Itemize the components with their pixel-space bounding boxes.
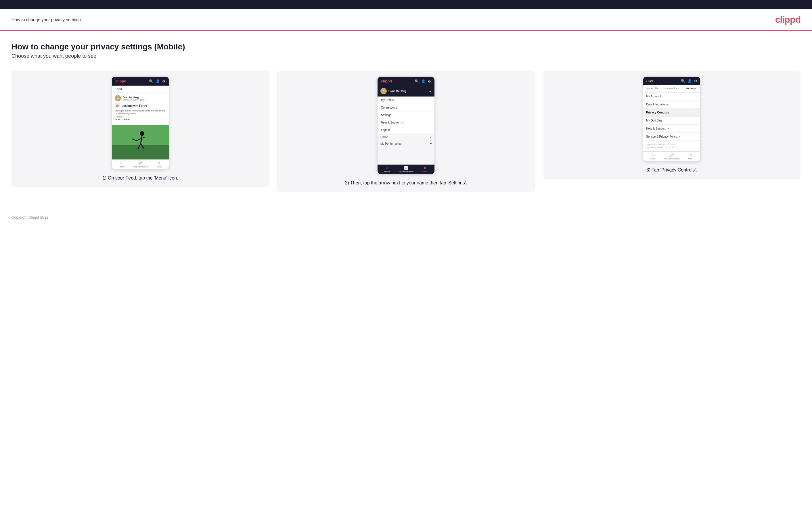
settings-item-helpsupport[interactable]: Help & Support ↗ xyxy=(643,125,700,133)
step-1-caption: 1) On your Feed, tap the 'Menu' icon. xyxy=(102,175,178,181)
tab2-perf-label: My Performance xyxy=(399,171,413,173)
profile-icon-3: 👤 xyxy=(688,79,692,83)
privacypolicy-label: Service & Privacy Policy ↗ xyxy=(646,135,680,138)
step2-menu-connections[interactable]: Connections xyxy=(377,104,435,111)
step-3-caption: 3) Tap 'Privacy Controls'. xyxy=(646,167,697,173)
step2-menu-logout[interactable]: Logout xyxy=(377,126,435,134)
menu-help-label: Help & Support ↗ xyxy=(381,121,404,124)
step1-duration-label: Duration xyxy=(115,116,166,118)
svg-point-2 xyxy=(140,131,144,136)
settings-item-dataintegrations[interactable]: Data Integrations › xyxy=(643,101,700,109)
step1-post-header: B Blair McHarg Yesterday · Sunningdale xyxy=(115,95,166,101)
tab-menu-label: Menu xyxy=(157,166,162,168)
step2-nav-icons: 🔍 👤 ⚙ xyxy=(415,79,431,83)
step2-menu-help[interactable]: Help & Support ↗ xyxy=(377,119,435,126)
menu-icon-3: ≡ xyxy=(690,153,692,157)
section-home-label: Home xyxy=(380,135,388,139)
page-heading: How to change your privacy settings (Mob… xyxy=(11,42,801,51)
step3-navbar: ‹ Back 🔍 👤 ⚙ xyxy=(643,77,700,85)
step1-lesson-row: 🎯 Lesson with Fordy xyxy=(115,103,166,108)
step1-golf-image xyxy=(112,125,169,159)
menu-icon: ≡ xyxy=(158,161,160,165)
mygolfbag-chevron: › xyxy=(697,119,697,122)
step1-logo: clippd xyxy=(115,79,126,83)
section-performance-label: My Performance xyxy=(380,142,401,145)
settings-item-privacy-policy[interactable]: Service & Privacy Policy ↗ xyxy=(643,133,700,141)
tab-performance-label: My Performance xyxy=(133,166,148,168)
settings-item-privacycontrols[interactable]: Privacy Controls › xyxy=(643,109,700,117)
tab3-perf-label: My Performance xyxy=(664,158,679,160)
page-footer: Copyright Clippd 2022 xyxy=(0,210,812,225)
tab3-menu-label: Menu xyxy=(688,158,693,160)
steps-container: clippd 🔍 👤 ⚙ Feed B Blair McHarg xyxy=(11,71,801,192)
step2-menu-myprofile[interactable]: My Profile xyxy=(377,97,435,104)
tab-home-label: Home xyxy=(119,166,124,168)
home-icon: ⌂ xyxy=(120,161,122,165)
menu-myprofile-label: My Profile xyxy=(381,99,394,102)
step1-post: B Blair McHarg Yesterday · Sunningdale 🎯… xyxy=(112,93,169,125)
step2-menu-settings[interactable]: Settings xyxy=(377,111,435,119)
back-button[interactable]: ‹ Back xyxy=(646,79,654,82)
dataintegrations-label: Data Integrations xyxy=(646,103,668,106)
settings-item-myaccount[interactable]: My Account › xyxy=(643,93,700,101)
step2-tab-performance: 📈 My Performance xyxy=(397,166,415,173)
step1-tab-menu: ≡ Menu xyxy=(150,161,169,168)
step1-navbar: clippd 🔍 👤 ⚙ xyxy=(112,77,169,86)
helpsupport-label: Help & Support ↗ xyxy=(646,127,669,130)
step-2-caption: 2) Then, tap the arrow next to your name… xyxy=(345,179,467,186)
menu-connections-label: Connections xyxy=(381,106,397,109)
step1-nav-icons: 🔍 👤 ⚙ xyxy=(149,79,165,83)
profile-icon-2: 👤 xyxy=(421,79,425,83)
tab-myprofile[interactable]: My Profile xyxy=(643,85,662,92)
expand-icon: ▲ xyxy=(429,90,432,93)
settings-icon: ⚙ xyxy=(162,79,165,83)
tab2-menu-label: Menu xyxy=(422,171,427,173)
step2-spacer xyxy=(377,147,435,164)
perf-icon-3: 📈 xyxy=(670,153,674,157)
step2-username: Blair McHarg xyxy=(389,90,406,93)
step2-section-home: Home ▾ xyxy=(377,134,435,140)
step-2-phone: clippd 🔍 👤 ⚙ B Blair McHarg ▲ xyxy=(377,76,435,174)
tab-connections[interactable]: Connections xyxy=(662,85,681,92)
tab-settings[interactable]: Settings xyxy=(681,85,700,92)
myaccount-chevron: › xyxy=(697,95,697,98)
myaccount-label: My Account xyxy=(646,95,661,98)
step2-section-performance: My Performance ▾ xyxy=(377,140,435,147)
step-1-card: clippd 🔍 👤 ⚙ Feed B Blair McHarg xyxy=(11,71,269,187)
step1-lesson-title: Lesson with Fordy xyxy=(121,104,147,107)
home-icon-3: ⌂ xyxy=(652,153,654,157)
svg-rect-1 xyxy=(112,145,169,159)
step1-post-date: Yesterday · Sunningdale xyxy=(123,99,145,101)
client-version: Clippd Client Version: 2022.8.3-3 xyxy=(646,143,697,146)
home-icon-2: ⌂ xyxy=(386,166,388,170)
step3-tab-home: ⌂ Home xyxy=(643,153,662,160)
step-3-card: ‹ Back 🔍 👤 ⚙ My Profile Connections Sett… xyxy=(543,71,801,179)
step2-logo: clippd xyxy=(381,79,392,83)
step1-bottom-bar: ⌂ Home 📈 My Performance ≡ Menu xyxy=(112,159,169,169)
step3-nav-icons: 🔍 👤 ⚙ xyxy=(681,79,697,83)
step2-avatar: B xyxy=(380,88,387,94)
privacycontrols-label: Privacy Controls xyxy=(646,111,669,114)
performance-icon: 📈 xyxy=(138,161,143,165)
step2-bottom-bar: ⌂ Home 📈 My Performance ✕ Menu xyxy=(377,164,435,174)
step2-user-row: B Blair McHarg ▲ xyxy=(377,86,435,97)
profile-icon: 👤 xyxy=(156,79,160,83)
tab3-home-label: Home xyxy=(650,158,656,160)
server-version: GQL Server Version: 2022.7.30-1 xyxy=(646,146,697,149)
settings-icon-2: ⚙ xyxy=(428,79,431,83)
dataintegrations-chevron: › xyxy=(697,103,697,106)
step2-navbar: clippd 🔍 👤 ⚙ xyxy=(377,77,435,86)
step1-duration-value: 01 hr : 30 min xyxy=(115,118,166,121)
top-bar xyxy=(0,0,812,9)
settings-item-mygolfbag[interactable]: My Golf Bag › xyxy=(643,117,700,125)
menu-settings-label: Settings xyxy=(381,113,391,117)
header-title: How to change your privacy settings xyxy=(11,17,81,22)
main-content: How to change your privacy settings (Mob… xyxy=(0,31,812,210)
copyright: Copyright Clippd 2022 xyxy=(11,215,49,219)
step2-tab-home: ⌂ Home xyxy=(377,166,397,173)
privacycontrols-chevron: › xyxy=(697,111,697,114)
page-subheading: Choose what you want people to see xyxy=(11,53,801,59)
step3-footer: Clippd Client Version: 2022.8.3-3 GQL Se… xyxy=(643,141,700,151)
step2-tab-menu: ✕ Menu xyxy=(415,166,435,173)
lesson-icon: 🎯 xyxy=(115,103,120,108)
